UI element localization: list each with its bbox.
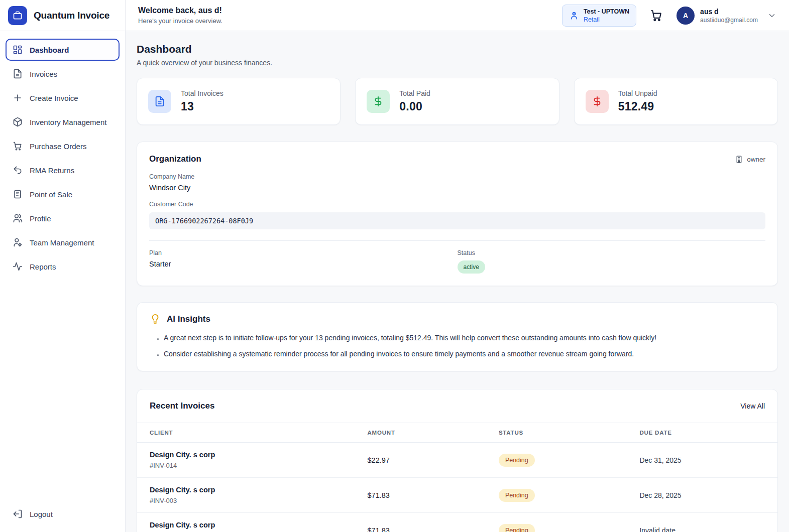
ai-insights-card: AI Insights A great next step is to init… — [137, 302, 778, 371]
lightbulb-icon — [150, 314, 161, 325]
due-date: Dec 31, 2025 — [627, 443, 777, 478]
column-header: Due Date — [627, 423, 777, 443]
stats-row: Total Invoices 13 Total Paid 0.00 Total … — [137, 78, 778, 125]
customer-code-value: ORG-1766902267264-08F0J9 — [149, 212, 765, 229]
owner-role-badge: owner — [735, 155, 765, 164]
activity-icon — [13, 261, 23, 272]
customer-code-label: Customer Code — [149, 201, 765, 208]
package-icon — [13, 117, 23, 127]
ai-insight-bullet: Consider establishing a systematic remin… — [164, 350, 765, 358]
stat-value: 13 — [181, 100, 223, 113]
avatar: A — [677, 7, 695, 25]
recent-invoices-card: Recent Invoices View All ClientAmountSta… — [137, 389, 778, 532]
welcome-title: Welcome back, aus d! — [138, 6, 222, 15]
file-text-icon — [154, 96, 165, 107]
invoice-id: #INV-014 — [150, 462, 343, 469]
user-pin-icon — [569, 11, 579, 21]
briefcase-icon — [13, 11, 23, 21]
sidebar-item-invoices[interactable]: Invoices — [6, 63, 120, 85]
column-header: Client — [137, 423, 355, 443]
sidebar-item-rma-returns[interactable]: RMA Returns — [6, 159, 120, 181]
ai-insight-bullet: A great next step is to initiate follow-… — [164, 334, 765, 342]
sidebar-item-purchase-orders[interactable]: Purchase Orders — [6, 135, 120, 157]
status-badge: active — [458, 260, 485, 274]
sidebar-item-dashboard[interactable]: Dashboard — [6, 39, 120, 61]
cart-button[interactable] — [650, 9, 663, 22]
topbar-right: Test - UPTOWN Retail A aus d austiiduo@g… — [562, 5, 776, 27]
brand-name: Quantum Invoice — [34, 10, 109, 21]
status-badge: Pending — [499, 454, 535, 467]
dashboard-icon — [13, 45, 23, 55]
role-label: owner — [747, 156, 765, 163]
chevron-down-icon[interactable] — [767, 11, 776, 20]
table-row[interactable]: Design City. s corp #INV-003 $71.83 Pend… — [137, 478, 777, 513]
table-row[interactable]: Design City. s corp #INV-014 $22.97 Pend… — [137, 443, 777, 478]
stat-value: 512.49 — [618, 100, 657, 113]
calculator-icon — [13, 189, 23, 199]
plus-icon — [13, 93, 23, 103]
user-name: aus d — [700, 8, 758, 16]
undo-icon — [13, 165, 23, 175]
sidebar-item-create-invoice[interactable]: Create Invoice — [6, 87, 120, 109]
invoices-icon — [13, 69, 23, 79]
welcome-block: Welcome back, aus d! Here's your invoice… — [138, 6, 222, 25]
stat-card: Total Paid 0.00 — [355, 78, 559, 125]
dollar-icon — [592, 96, 603, 107]
client-name: Design City. s corp — [150, 521, 343, 529]
organization-title: Organization — [149, 154, 201, 164]
due-date: Invalid date — [627, 513, 777, 532]
user-email: austiiduo@gmail.com — [700, 17, 758, 24]
ai-insights-list: A great next step is to initiate follow-… — [150, 334, 765, 358]
client-name: Design City. s corp — [150, 451, 343, 459]
column-header: Status — [486, 423, 627, 443]
logout-button[interactable]: Logout — [0, 499, 125, 532]
stat-card: Total Invoices 13 — [137, 78, 341, 125]
plan-value: Starter — [149, 260, 458, 268]
status-badge: Pending — [499, 489, 535, 502]
sidebar-item-inventory-management[interactable]: Inventory Management — [6, 111, 120, 133]
sidebar-item-team-management[interactable]: Team Management — [6, 231, 120, 253]
stat-value: 0.00 — [399, 100, 430, 113]
column-header: Amount — [355, 423, 486, 443]
organization-card: Organization owner Company Name Windsor … — [137, 142, 778, 286]
divider — [149, 240, 765, 241]
sidebar: Quantum Invoice Dashboard Invoices Creat… — [0, 0, 126, 532]
cart-icon — [650, 9, 663, 22]
org-badge-type: Retail — [584, 16, 629, 23]
sidebar-nav: Dashboard Invoices Create Invoice Invent… — [0, 31, 125, 499]
invoice-amount: $22.97 — [355, 443, 486, 478]
stat-label: Total Invoices — [181, 89, 223, 97]
users-icon — [13, 213, 23, 223]
app-logo — [8, 6, 27, 25]
page-title: Dashboard — [137, 43, 778, 55]
company-name-label: Company Name — [149, 173, 765, 180]
sidebar-item-profile[interactable]: Profile — [6, 207, 120, 229]
client-name: Design City. s corp — [150, 486, 343, 494]
invoice-amount: $71.83 — [355, 478, 486, 513]
org-badge-name: Test - UPTOWN — [584, 8, 629, 15]
user-gear-icon — [13, 237, 23, 247]
user-menu[interactable]: A aus d austiiduo@gmail.com — [677, 7, 776, 25]
ai-insights-title: AI Insights — [167, 314, 210, 324]
stat-card: Total Unpaid 512.49 — [574, 78, 778, 125]
brand: Quantum Invoice — [0, 0, 125, 31]
invoices-table: ClientAmountStatusDue Date Design City. … — [137, 423, 777, 532]
building-icon — [735, 155, 743, 164]
due-date: Dec 28, 2025 — [627, 478, 777, 513]
dollar-icon — [373, 96, 384, 107]
dashboard-content: Dashboard A quick overview of your busin… — [126, 31, 789, 532]
sidebar-item-reports[interactable]: Reports — [6, 255, 120, 278]
sidebar-item-point-of-sale[interactable]: Point of Sale — [6, 183, 120, 205]
invoice-amount: $71.83 — [355, 513, 486, 532]
view-all-link[interactable]: View All — [740, 402, 765, 410]
recent-invoices-title: Recent Invoices — [150, 401, 214, 411]
page-subtitle: A quick overview of your business financ… — [137, 59, 778, 67]
org-selector-badge[interactable]: Test - UPTOWN Retail — [562, 5, 636, 27]
stat-label: Total Paid — [399, 89, 430, 97]
main-area: Welcome back, aus d! Here's your invoice… — [126, 0, 789, 532]
status-badge: Pending — [499, 524, 535, 532]
table-header-row: ClientAmountStatusDue Date — [137, 423, 777, 443]
cart-icon — [13, 141, 23, 151]
invoice-id: #INV-003 — [150, 497, 343, 504]
table-row[interactable]: Design City. s corp #INV-004 $71.83 Pend… — [137, 513, 777, 532]
